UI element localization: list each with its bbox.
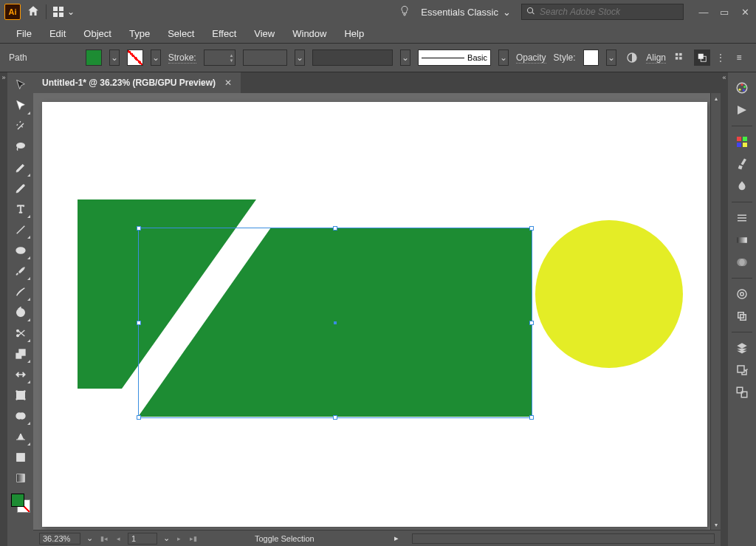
status-play-icon[interactable]: ▸ xyxy=(394,533,399,543)
artboard-number[interactable]: 1 xyxy=(128,533,157,545)
menu-edit[interactable]: Edit xyxy=(41,25,75,42)
document-tab[interactable]: Untitled-1* @ 36.23% (RGB/GPU Preview) ✕ xyxy=(33,72,241,93)
menu-help[interactable]: Help xyxy=(335,25,373,42)
menu-object[interactable]: Object xyxy=(75,25,120,42)
menu-select[interactable]: Select xyxy=(159,25,203,42)
pen-tool[interactable] xyxy=(10,158,31,177)
free-transform-tool[interactable] xyxy=(10,386,31,405)
maximize-button[interactable]: ▭ xyxy=(718,5,731,18)
shape-mode-icon[interactable] xyxy=(694,50,710,66)
prev-artboard[interactable]: ◂ xyxy=(115,535,122,542)
type-tool[interactable] xyxy=(10,199,31,219)
paintbrush-tool[interactable] xyxy=(10,262,31,281)
brush-basic[interactable]: Basic xyxy=(418,50,491,66)
brushes-panel-icon[interactable] xyxy=(732,154,752,174)
svg-rect-3 xyxy=(59,13,63,17)
shape-circle[interactable] xyxy=(535,220,683,368)
zoom-dropdown[interactable]: ⌄ xyxy=(86,533,93,543)
stroke-swatch[interactable] xyxy=(127,50,143,66)
transparency-panel-icon[interactable] xyxy=(732,253,752,272)
style-dropdown[interactable]: ⌄ xyxy=(606,50,616,66)
rotate-tool[interactable] xyxy=(10,303,31,322)
fill-dropdown[interactable]: ⌄ xyxy=(109,50,120,66)
vw-dropdown[interactable]: ⌄ xyxy=(295,50,305,66)
close-button[interactable]: ✕ xyxy=(738,5,752,18)
menu-window[interactable]: Window xyxy=(284,25,335,42)
magic-wand-tool[interactable] xyxy=(10,117,31,136)
direct-selection-tool[interactable] xyxy=(10,96,31,115)
workspace-switcher[interactable]: Essentials Classic ⌄ xyxy=(416,4,515,21)
shape-builder-tool[interactable] xyxy=(10,406,31,426)
menu-effect[interactable]: Effect xyxy=(203,25,245,42)
style-swatch[interactable] xyxy=(583,50,599,66)
variable-width-profile[interactable] xyxy=(243,50,287,66)
align-label[interactable]: Align xyxy=(646,52,666,64)
brush-label: Basic xyxy=(467,53,487,62)
divider xyxy=(46,4,47,19)
menu-view[interactable]: View xyxy=(245,25,284,42)
search-stock[interactable] xyxy=(521,4,684,20)
menu-file[interactable]: File xyxy=(7,25,41,42)
zoom-level[interactable]: 36.23% xyxy=(39,533,80,545)
panels-collapse[interactable]: « xyxy=(721,72,728,546)
layers-panel-icon[interactable] xyxy=(732,338,752,358)
gradient-panel-icon[interactable] xyxy=(732,231,752,250)
scale-tool[interactable] xyxy=(10,344,31,364)
horizontal-scrollbar[interactable] xyxy=(412,533,715,544)
color-guide-icon[interactable] xyxy=(732,100,752,120)
brush-definition[interactable] xyxy=(312,50,393,66)
fill-stroke-indicator[interactable] xyxy=(10,492,32,514)
svg-point-11 xyxy=(16,143,24,149)
next-artboard[interactable]: ▸ xyxy=(176,535,182,542)
vertical-scrollbar[interactable]: ▴ ▾ xyxy=(710,93,721,530)
align-icon[interactable] xyxy=(672,50,688,66)
workspace-label: Essentials Classic xyxy=(421,7,498,18)
arrange-documents[interactable]: ⌄ xyxy=(52,6,75,18)
style-label: Style: xyxy=(554,52,576,63)
perspective-grid-tool[interactable] xyxy=(10,427,31,446)
first-artboard[interactable]: ▮◂ xyxy=(99,535,109,542)
opacity-label[interactable]: Opacity xyxy=(516,52,546,64)
discover-icon[interactable] xyxy=(399,5,410,19)
width-tool[interactable] xyxy=(10,365,31,384)
stroke-weight[interactable]: ▲▼ xyxy=(204,50,236,66)
control-menu-icon[interactable]: ≡ xyxy=(731,50,747,66)
close-tab-icon[interactable]: ✕ xyxy=(224,78,232,88)
menu-type[interactable]: Type xyxy=(120,25,159,42)
right-panel-dock xyxy=(728,72,756,546)
canvas[interactable] xyxy=(33,93,710,530)
stroke-label[interactable]: Stroke: xyxy=(168,52,196,64)
toolbox-collapse[interactable]: » xyxy=(0,72,7,546)
selection-tool[interactable] xyxy=(10,75,31,95)
artboard-dropdown[interactable]: ⌄ xyxy=(163,533,170,543)
last-artboard[interactable]: ▸▮ xyxy=(188,535,199,542)
asset-export-icon[interactable] xyxy=(732,361,752,380)
line-tool[interactable] xyxy=(10,220,31,239)
scissors-tool[interactable] xyxy=(10,324,31,343)
svg-point-14 xyxy=(16,330,18,332)
search-input[interactable] xyxy=(540,7,673,17)
stroke-panel-icon[interactable] xyxy=(732,208,752,228)
symbols-panel-icon[interactable] xyxy=(732,177,752,196)
home-icon[interactable] xyxy=(27,4,40,20)
fill-box[interactable] xyxy=(11,494,24,507)
graphic-styles-icon[interactable] xyxy=(732,307,752,326)
stroke-dropdown[interactable]: ⌄ xyxy=(151,50,161,66)
recolor-icon[interactable] xyxy=(624,50,640,66)
svg-rect-7 xyxy=(676,57,678,60)
shaper-tool[interactable] xyxy=(10,282,31,301)
fill-swatch[interactable] xyxy=(86,50,102,66)
ellipse-tool[interactable] xyxy=(10,241,31,260)
curvature-tool[interactable] xyxy=(10,179,31,198)
brushdef-dropdown[interactable]: ⌄ xyxy=(400,50,410,66)
lasso-tool[interactable] xyxy=(10,137,31,157)
mesh-tool[interactable] xyxy=(10,448,31,467)
minimize-button[interactable]: — xyxy=(697,5,710,18)
svg-point-30 xyxy=(741,83,743,86)
brush-dropdown[interactable]: ⌄ xyxy=(498,50,509,66)
color-panel-icon[interactable] xyxy=(732,78,752,98)
artboards-panel-icon[interactable] xyxy=(732,383,752,402)
swatches-panel-icon[interactable] xyxy=(732,132,752,151)
gradient-tool[interactable] xyxy=(10,468,31,488)
appearance-panel-icon[interactable] xyxy=(732,284,752,304)
